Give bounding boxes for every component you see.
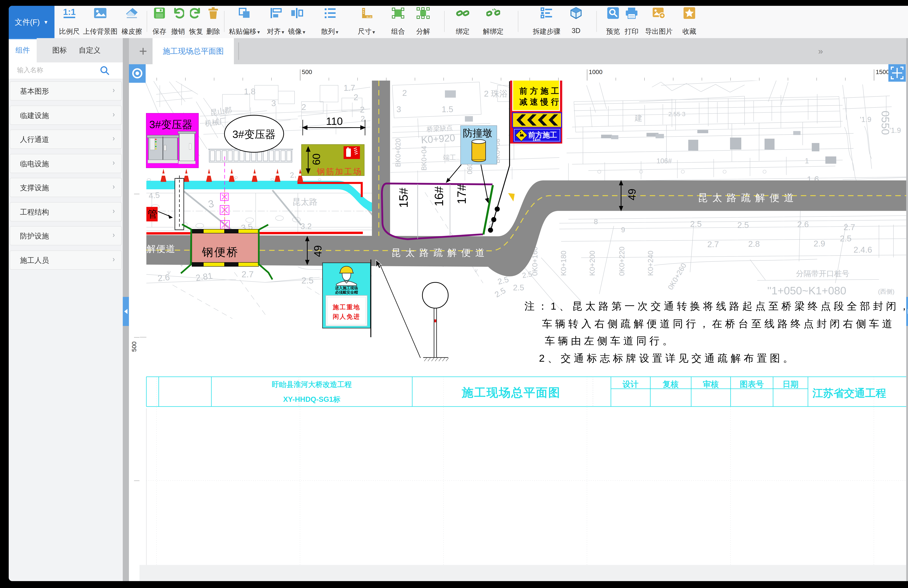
svg-text:K0+200: K0+200 (588, 251, 596, 276)
svg-text:60: 60 (310, 153, 322, 165)
svg-text:0550: 0550 (879, 111, 892, 135)
svg-text:3#变压器: 3#变压器 (149, 119, 193, 130)
svg-text:防撞墩: 防撞墩 (463, 128, 492, 138)
svg-text:昆太路疏解便道: 昆太路疏解便道 (698, 192, 798, 203)
svg-text:BK0+020: BK0+020 (394, 138, 402, 167)
svg-text:2.5: 2.5 (840, 234, 852, 243)
svg-text:设计: 设计 (622, 380, 639, 389)
svg-text:江苏省交通工程: 江苏省交通工程 (812, 387, 886, 399)
svg-text:2.4.6: 2.4.6 (853, 245, 872, 254)
svg-text:1: 1 (805, 157, 809, 165)
svg-text:2.5: 2.5 (737, 220, 749, 230)
svg-text:端工..: 端工.. (443, 154, 460, 161)
svg-text:49: 49 (312, 245, 324, 257)
svg-text:2.7: 2.7 (241, 270, 254, 279)
svg-text:闲人免进: 闲人免进 (333, 313, 360, 320)
svg-text:1.7: 1.7 (344, 83, 355, 93)
svg-text:2.81: 2.81 (195, 271, 213, 283)
svg-text:49: 49 (626, 188, 638, 200)
svg-text:机械厂: 机械厂 (204, 117, 227, 128)
svg-text:'1.9: '1.9 (860, 116, 871, 124)
svg-text:审核: 审核 (703, 380, 719, 389)
svg-text:解便道: 解便道 (147, 244, 175, 254)
svg-text:日期: 日期 (782, 380, 799, 389)
svg-text:车辆由左侧车道同行。: 车辆由左侧车道同行。 (545, 335, 676, 347)
svg-text:前方施工: 前方施工 (519, 87, 562, 95)
svg-text:2: 2 (360, 105, 365, 114)
svg-text:K0+920: K0+920 (421, 132, 456, 145)
svg-text:钢筋加工场: 钢筋加工场 (317, 167, 362, 176)
svg-text:3: 3 (271, 98, 276, 108)
svg-text:2.7: 2.7 (844, 222, 855, 232)
svg-text:3.2: 3.2 (301, 222, 312, 231)
svg-text:2.6: 2.6 (157, 272, 170, 283)
svg-text:106#: 106# (657, 157, 672, 165)
svg-text:2.5: 2.5 (513, 283, 524, 292)
svg-text:管: 管 (148, 209, 158, 219)
svg-text:BK0+04: BK0+04 (420, 146, 428, 170)
svg-text:K0+240: K0+240 (647, 251, 655, 276)
svg-text:1.5: 1.5 (442, 104, 453, 114)
svg-text:2.9: 2.9 (813, 239, 825, 248)
svg-text:''1+050~K1+080: ''1+050~K1+080 (767, 284, 846, 297)
svg-text:分隔带开口桩号: 分隔带开口桩号 (796, 269, 849, 278)
svg-text:K0+180: K0+180 (560, 251, 568, 276)
svg-text:复核: 复核 (662, 380, 679, 389)
svg-text:(西侧): (西侧) (878, 288, 895, 295)
svg-text:钢便桥: 钢便桥 (202, 246, 239, 258)
svg-text:3#变压器: 3#变压器 (232, 128, 276, 140)
svg-text:15#: 15# (397, 188, 410, 208)
svg-text:2: 2 (301, 102, 306, 112)
svg-text:图表号: 图表号 (740, 380, 764, 389)
svg-text:2 珠浴: 2 珠浴 (484, 89, 507, 98)
svg-text:2: 2 (402, 88, 407, 98)
svg-text:必须戴安全帽: 必须戴安全帽 (335, 290, 358, 294)
svg-text:16#: 16# (432, 186, 446, 206)
svg-text:2.5: 2.5 (493, 286, 507, 299)
svg-text:注：1、昆太路第一次交通转换将线路起点至桥梁终点段全部封闭，: 注：1、昆太路第一次交通转换将线路起点至桥梁终点段全部封闭， (525, 300, 906, 312)
svg-text:2: 2 (354, 93, 358, 102)
svg-text:减速慢行: 减速慢行 (519, 97, 562, 106)
svg-text:060: 060 (466, 163, 473, 174)
svg-text:施工现场总平面图: 施工现场总平面图 (462, 386, 560, 399)
svg-text:2.8: 2.8 (748, 239, 760, 249)
svg-text:2.5: 2.5 (690, 219, 702, 229)
svg-text:3: 3 (396, 104, 401, 114)
svg-text:9: 9 (621, 226, 625, 234)
svg-text:3: 3 (207, 198, 215, 210)
svg-text:2、交通标志标牌设置详见交通疏解布置图。: 2、交通标志标牌设置详见交通疏解布置图。 (539, 352, 796, 364)
svg-text:2.5: 2.5 (301, 276, 314, 285)
svg-text:2.5: 2.5 (497, 275, 510, 286)
svg-text:1.8: 1.8 (244, 87, 256, 96)
svg-text:XY-HHDQ-SG1标: XY-HHDQ-SG1标 (283, 395, 340, 403)
svg-text:2.6: 2.6 (797, 220, 809, 229)
svg-text:110: 110 (326, 115, 343, 127)
svg-text:进入施工现场: 进入施工现场 (335, 286, 358, 290)
svg-text:4.5: 4.5 (148, 190, 160, 200)
svg-text:施工重地: 施工重地 (333, 304, 360, 310)
svg-text:2.7: 2.7 (707, 239, 719, 249)
svg-text:17#: 17# (455, 184, 468, 204)
svg-text:昆太路疏解便道: 昆太路疏解便道 (391, 247, 489, 258)
svg-text:0K0+260: 0K0+260 (666, 262, 688, 291)
svg-text:0K0+220: 0K0+220 (618, 247, 626, 276)
svg-text:昆太路: 昆太路 (292, 197, 317, 207)
svg-text:车辆转入右侧疏解便道同行，在桥台至线路终点封闭右侧车道: 车辆转入右侧疏解便道同行，在桥台至线路终点封闭右侧车道 (542, 318, 895, 329)
svg-text:盱眙县淮河大桥改造工程: 盱眙县淮河大桥改造工程 (272, 381, 352, 388)
svg-text:1km: 1km (533, 138, 541, 142)
